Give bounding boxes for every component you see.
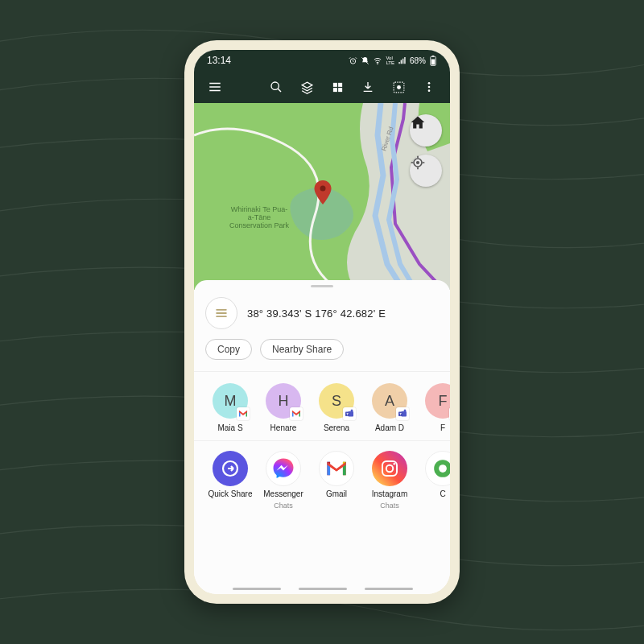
- alarm-icon: [349, 56, 357, 65]
- avatar: A T: [372, 383, 407, 419]
- search-icon: [270, 80, 283, 93]
- signal-icon: [398, 56, 407, 65]
- svg-rect-8: [338, 82, 342, 86]
- avatar-initial: S: [332, 393, 341, 410]
- contact-name: Maia S: [217, 423, 242, 432]
- avatar: H: [266, 383, 301, 419]
- more-vert-icon: [423, 80, 436, 93]
- home-icon: [410, 114, 426, 130]
- screenshot-button[interactable]: [386, 74, 411, 100]
- nav-recent[interactable]: [233, 588, 281, 590]
- app-name: Gmail: [326, 489, 347, 498]
- map-view[interactable]: River Rd Whirinaki Te Pua-a-Tāne Conserv…: [194, 103, 450, 290]
- svg-point-38: [439, 464, 447, 473]
- via-badge-icon: [290, 407, 303, 420]
- svg-point-6: [271, 82, 279, 89]
- svg-point-13: [428, 82, 431, 85]
- contact-Henare[interactable]: H Henare: [258, 383, 308, 432]
- download-button[interactable]: [355, 74, 381, 100]
- vol-lte-label: VolLTE: [386, 56, 394, 65]
- status-bar: 13:14 VolLTE 68%: [194, 50, 450, 71]
- via-badge-icon: [237, 407, 250, 420]
- avatar-initial: H: [279, 393, 289, 410]
- svg-point-20: [417, 162, 419, 164]
- app-name: Messenger: [263, 489, 303, 498]
- mute-icon: [361, 56, 369, 65]
- via-badge-icon: T: [343, 407, 356, 420]
- svg-point-15: [428, 89, 431, 92]
- screenshot-icon: [392, 80, 406, 94]
- menu-button[interactable]: [202, 74, 228, 100]
- contact-name: F: [440, 423, 445, 432]
- apps-row: Quick Share Messenger Chats Gmail Instag…: [194, 441, 450, 516]
- locate-fab[interactable]: [410, 155, 442, 187]
- contact-Adam D[interactable]: A T Adam D: [365, 383, 415, 432]
- status-icons: VolLTE 68%: [349, 56, 437, 66]
- svg-point-22: [351, 410, 353, 412]
- share-app-Instagram[interactable]: Instagram Chats: [365, 451, 415, 510]
- copy-button[interactable]: Copy: [205, 339, 252, 360]
- svg-point-14: [428, 86, 431, 89]
- share-app-Messenger[interactable]: Messenger Chats: [258, 451, 308, 510]
- battery-percent: 68%: [410, 56, 426, 65]
- grid-button[interactable]: [324, 74, 350, 100]
- nztopo-icon: [213, 305, 229, 321]
- grid-icon: [332, 81, 344, 93]
- app-name: C: [440, 489, 445, 498]
- svg-rect-4: [431, 59, 436, 64]
- app-name: Instagram: [372, 489, 407, 498]
- battery-icon: [429, 56, 437, 66]
- avatar-initial: F: [439, 393, 448, 410]
- app-sub: Chats: [380, 502, 399, 510]
- nav-back[interactable]: [365, 588, 413, 590]
- contacts-row: M Maia S H Henare S T Serena A T Adam D …: [194, 372, 450, 440]
- park-label: Whirinaki Te Pua-a-Tāne Conservation Par…: [228, 206, 291, 230]
- svg-point-12: [397, 85, 401, 89]
- screen: 13:14 VolLTE 68%: [194, 50, 450, 594]
- layers-icon: [300, 80, 314, 94]
- sheet-handle[interactable]: [311, 285, 333, 287]
- coordinate-row: 38° 39.343' S 176° 42.682' E: [194, 291, 450, 339]
- layers-button[interactable]: [294, 74, 320, 100]
- crosshair-icon: [410, 155, 426, 171]
- download-icon: [361, 80, 374, 93]
- avatar-initial: A: [385, 393, 394, 410]
- avatar: M: [213, 383, 248, 419]
- search-button[interactable]: [263, 74, 289, 100]
- app-toolbar: [194, 71, 450, 103]
- share-app-Gmail[interactable]: Gmail: [312, 451, 361, 510]
- svg-point-26: [404, 410, 407, 412]
- wifi-icon: [373, 56, 382, 65]
- coordinates-text: 38° 39.343' S 176° 42.682' E: [247, 308, 386, 320]
- app-sub: Chats: [274, 502, 293, 510]
- phone-frame: 13:14 VolLTE 68%: [184, 40, 460, 604]
- home-fab[interactable]: [410, 114, 442, 147]
- share-app-C[interactable]: C: [418, 451, 450, 510]
- share-app-Quick Share[interactable]: Quick Share: [205, 451, 255, 510]
- contact-name: Adam D: [375, 423, 404, 432]
- svg-rect-7: [332, 82, 336, 86]
- svg-point-36: [394, 463, 396, 465]
- nearby-share-button[interactable]: Nearby Share: [260, 339, 344, 360]
- contact-Maia S[interactable]: M Maia S: [205, 383, 255, 432]
- hamburger-icon: [208, 80, 222, 94]
- contact-name: Serena: [324, 423, 349, 432]
- contact-Serena[interactable]: S T Serena: [312, 383, 361, 432]
- status-time: 13:14: [207, 55, 231, 66]
- app-name: Quick Share: [208, 489, 252, 498]
- source-app-icon: [205, 297, 237, 329]
- share-sheet: 38° 39.343' S 176° 42.682' E Copy Nearby…: [194, 280, 450, 594]
- svg-point-18: [320, 186, 326, 192]
- via-badge-icon: T: [396, 407, 409, 420]
- map-pin-icon: [313, 180, 332, 204]
- nav-home[interactable]: [299, 588, 347, 590]
- overflow-button[interactable]: [416, 74, 442, 100]
- avatar-initial: M: [225, 393, 237, 410]
- svg-point-2: [378, 63, 378, 64]
- contact-F[interactable]: F T F: [418, 383, 450, 432]
- avatar: S T: [319, 383, 354, 419]
- svg-rect-5: [432, 56, 435, 56]
- contact-name: Henare: [270, 423, 297, 432]
- svg-point-35: [386, 465, 393, 472]
- svg-rect-10: [338, 88, 342, 92]
